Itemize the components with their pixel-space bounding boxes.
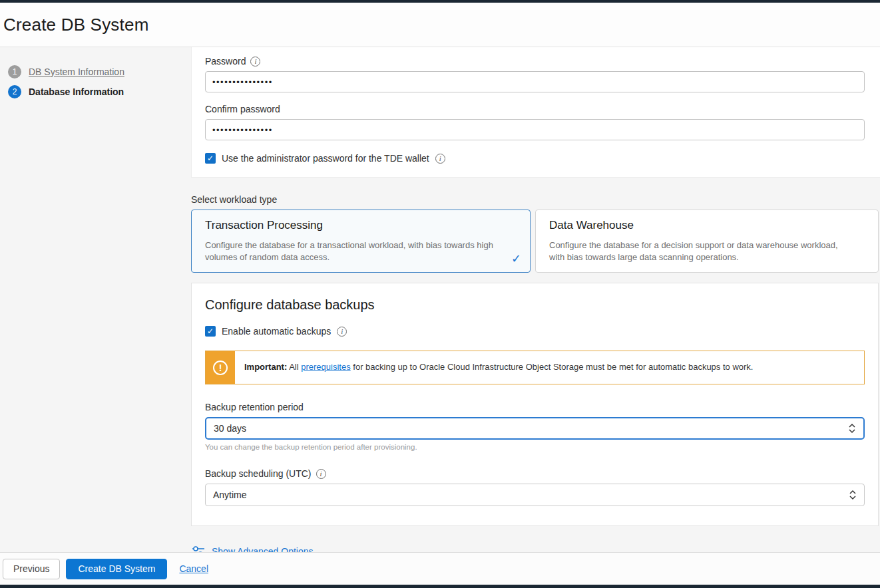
select-spinner-icon	[847, 422, 857, 434]
password-info-icon[interactable]: i	[250, 57, 260, 67]
scheduling-label: Backup scheduling (UTC)	[205, 468, 312, 479]
wizard-steps-sidebar: 1 DB System Information 2 Database Infor…	[0, 47, 191, 552]
password-label-row: Password i	[205, 56, 865, 67]
card-title: Transaction Processing	[205, 219, 517, 232]
step-label-database-information: Database Information	[29, 86, 124, 97]
previous-button[interactable]: Previous	[3, 559, 60, 579]
main-area: 1 DB System Information 2 Database Infor…	[0, 47, 880, 552]
tde-wallet-checkbox-row: ✓ Use the administrator password for the…	[205, 153, 865, 164]
tde-wallet-info-icon[interactable]: i	[435, 154, 445, 164]
backups-heading: Configure database backups	[205, 297, 865, 313]
page-header: Create DB System	[0, 3, 880, 47]
footer-action-bar: Previous Create DB System Cancel	[0, 552, 880, 585]
select-spinner-icon	[848, 489, 857, 501]
scheduling-field-block: Backup scheduling (UTC) i Anytime	[205, 468, 865, 506]
window-bottom-bar	[0, 585, 880, 588]
retention-field-block: Backup retention period 30 days You can …	[205, 402, 865, 451]
workload-type-section: Select workload type Transaction Process…	[191, 194, 879, 273]
step-link-db-system-information[interactable]: DB System Information	[29, 67, 124, 77]
scheduling-label-row: Backup scheduling (UTC) i	[205, 468, 865, 479]
enable-backups-info-icon[interactable]: i	[337, 327, 347, 337]
show-advanced-options-link[interactable]: Show Advanced Options	[212, 546, 314, 552]
sliders-icon	[192, 545, 205, 552]
workload-type-label: Select workload type	[191, 194, 879, 205]
confirm-password-label-row: Confirm password	[205, 104, 865, 114]
retention-helper-text: You can change the backup retention peri…	[205, 443, 865, 451]
cancel-link[interactable]: Cancel	[179, 563, 208, 574]
enable-backups-checkbox[interactable]: ✓	[205, 326, 216, 337]
workload-cards: Transaction Processing Configure the dat…	[191, 210, 879, 273]
confirm-password-label: Confirm password	[205, 104, 280, 114]
configure-backups-panel: Configure database backups ✓ Enable auto…	[191, 283, 879, 526]
page-title: Create DB System	[3, 15, 149, 35]
card-data-warehouse[interactable]: Data Warehouse Configure the database fo…	[535, 210, 879, 273]
confirm-password-input[interactable]	[205, 119, 865, 140]
warning-icon: !	[213, 361, 228, 375]
scheduling-select[interactable]: Anytime	[205, 484, 865, 506]
scheduling-selected-value: Anytime	[213, 490, 247, 500]
password-input[interactable]	[205, 71, 865, 92]
card-transaction-processing[interactable]: Transaction Processing Configure the dat…	[191, 210, 531, 273]
step-1-badge: 1	[8, 65, 21, 78]
retention-label: Backup retention period	[205, 402, 304, 412]
selected-check-icon: ✓	[511, 251, 521, 266]
retention-select[interactable]: 30 days	[205, 417, 865, 440]
wizard-step-db-system-information[interactable]: 1 DB System Information	[0, 62, 191, 82]
advanced-options-row: Show Advanced Options	[191, 545, 880, 552]
warning-banner-text: Important: All prerequisites for backing…	[235, 351, 762, 384]
retention-selected-value: 30 days	[214, 423, 246, 434]
card-description: Configure the database for a decision su…	[549, 239, 865, 263]
password-section-panel: Password i Confirm password ✓ Use the ad…	[191, 47, 880, 178]
enable-backups-checkbox-row: ✓ Enable automatic backups i	[205, 326, 865, 337]
warning-bold-prefix: Important:	[244, 362, 287, 372]
form-content: Password i Confirm password ✓ Use the ad…	[191, 47, 880, 552]
step-2-badge: 2	[8, 85, 21, 98]
create-db-system-button[interactable]: Create DB System	[66, 559, 167, 579]
retention-label-row: Backup retention period	[205, 402, 865, 412]
tde-wallet-checkbox[interactable]: ✓	[205, 153, 216, 164]
important-warning-banner: ! Important: All prerequisites for backi…	[205, 351, 865, 384]
card-description: Configure the database for a transaction…	[205, 239, 517, 263]
warning-text-1: All	[287, 362, 301, 372]
warning-icon-cell: !	[206, 351, 235, 384]
wizard-step-database-information: 2 Database Information	[0, 82, 191, 102]
prerequisites-link[interactable]: prerequisites	[301, 362, 350, 372]
tde-wallet-checkbox-label: Use the administrator password for the T…	[222, 153, 429, 164]
scheduling-info-icon[interactable]: i	[316, 469, 326, 479]
warning-text-2: for backing up to Oracle Cloud Infrastru…	[351, 362, 754, 372]
card-title: Data Warehouse	[549, 219, 865, 232]
enable-backups-checkbox-label: Enable automatic backups	[222, 326, 331, 337]
password-label: Password	[205, 56, 246, 67]
